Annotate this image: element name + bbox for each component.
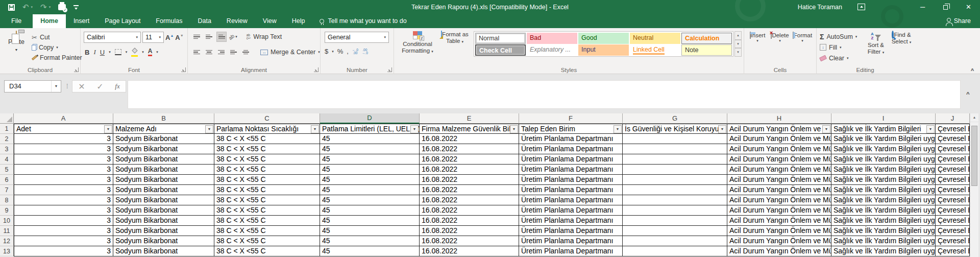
cell-J1[interactable]: Çevresel Et <box>936 124 970 134</box>
row-number-3[interactable]: 3 <box>0 144 14 154</box>
number-format-combo[interactable]: General▾ <box>325 32 389 43</box>
cell-E2[interactable]: 16.08.2022 <box>420 134 519 144</box>
cell-E6[interactable]: 16.08.2022 <box>420 175 519 185</box>
cell-G2[interactable] <box>623 134 727 144</box>
cell-style-linked[interactable]: Linked Cell <box>630 44 680 56</box>
cell-H9[interactable]: Acil Durum Yangın Önlem ve Mü <box>727 205 831 216</box>
row-number-12[interactable]: 12 <box>0 236 14 246</box>
cell-C10[interactable]: 38 C < X <55 C <box>214 216 320 226</box>
cell-B13[interactable]: Sodyum Bikarbonat <box>113 246 214 256</box>
find-select-dropdown-icon[interactable]: ▾ <box>910 40 912 44</box>
insert-cells-button[interactable]: Insert ▾ <box>746 32 769 43</box>
scrollbar-thumb[interactable] <box>971 126 977 186</box>
cell-E12[interactable]: 16.08.2022 <box>420 236 519 246</box>
cell-B4[interactable]: Sodyum Bikarbonat <box>113 154 214 165</box>
gallery-more-icon[interactable]: ▼ <box>734 48 742 57</box>
cell-C4[interactable]: 38 C < X <55 C <box>214 154 320 165</box>
cell-C2[interactable]: 38 C < X <55 C <box>214 134 320 144</box>
cell-J8[interactable]: Çevresel Et <box>936 195 970 205</box>
cell-I9[interactable]: Sağlık ve İlk Yardım Bilgileri uygu <box>831 205 936 216</box>
cell-B8[interactable]: Sodyum Bikarbonat <box>113 195 214 205</box>
row-number-11[interactable]: 11 <box>0 226 14 236</box>
align-center-icon[interactable] <box>204 47 214 57</box>
format-as-table-dropdown-icon[interactable]: ▾ <box>462 40 464 43</box>
cell-A2[interactable]: 3 <box>14 134 113 144</box>
cell-I4[interactable]: Sağlık ve İlk Yardım Bilgileri uygu <box>831 154 936 165</box>
formula-input[interactable] <box>128 80 961 109</box>
cell-F9[interactable]: Üretim Planlama Departmanı <box>519 205 623 216</box>
insert-function-icon[interactable]: fx <box>115 82 119 90</box>
cell-H2[interactable]: Acil Durum Yangın Önlem ve Mü <box>727 134 831 144</box>
row-number-1[interactable]: 1 <box>0 124 14 134</box>
cell-E5[interactable]: 16.08.2022 <box>420 165 519 175</box>
copy-button[interactable]: Copy▾ <box>32 42 82 53</box>
bottom-align-icon[interactable] <box>216 32 227 42</box>
cell-F1[interactable]: Talep Eden Birim▼ <box>519 124 623 134</box>
cell-G1[interactable]: İs Güvenliği ve Kişisel Koruyu▼ <box>623 124 727 134</box>
cell-G12[interactable] <box>623 236 727 246</box>
fill-color-dropdown-icon[interactable]: ▾ <box>142 50 144 54</box>
cell-C12[interactable]: 38 C < X <55 C <box>214 236 320 246</box>
cell-style-normal[interactable]: Normal <box>475 33 526 44</box>
tab-data[interactable]: Data <box>190 14 218 28</box>
underline-dropdown-icon[interactable]: ▾ <box>109 50 111 54</box>
number-dialog-launcher-icon[interactable] <box>387 67 392 72</box>
select-all-corner[interactable] <box>0 113 14 124</box>
cell-H8[interactable]: Acil Durum Yangın Önlem ve Mü <box>727 195 831 205</box>
cell-E9[interactable]: 16.08.2022 <box>420 205 519 216</box>
tab-formulas[interactable]: Formulas <box>148 14 190 28</box>
cell-D7[interactable]: 45 <box>320 185 420 195</box>
merge-center-dropdown-icon[interactable]: ▾ <box>318 50 320 54</box>
cell-C5[interactable]: 38 C < X <55 C <box>214 165 320 175</box>
increase-indent-icon[interactable] <box>241 47 251 57</box>
cell-E7[interactable]: 16.08.2022 <box>420 185 519 195</box>
clipboard-dialog-launcher-icon[interactable] <box>74 67 79 72</box>
cell-E1[interactable]: Firma Malzeme Güvenlik Bilg▼ <box>420 124 519 134</box>
cell-F13[interactable]: Üretim Planlama Departmanı <box>519 246 623 256</box>
accounting-dropdown-icon[interactable]: ▾ <box>332 50 334 54</box>
enter-icon[interactable]: ✓ <box>96 82 103 91</box>
cell-H12[interactable]: Acil Durum Yangın Önlem ve Mü <box>727 236 831 246</box>
cell-F12[interactable]: Üretim Planlama Departmanı <box>519 236 623 246</box>
decrease-indent-icon[interactable] <box>229 47 239 57</box>
cell-F10[interactable]: Üretim Planlama Departmanı <box>519 216 623 226</box>
delete-cells-button[interactable]: Delete ▾ <box>769 32 791 43</box>
cell-J5[interactable]: Çevresel Et <box>936 165 970 175</box>
cell-I5[interactable]: Sağlık ve İlk Yardım Bilgileri uygu <box>831 165 936 175</box>
cell-D6[interactable]: 45 <box>320 175 420 185</box>
cell-B7[interactable]: Sodyum Bikarbonat <box>113 185 214 195</box>
cell-D4[interactable]: 45 <box>320 154 420 165</box>
cell-I13[interactable]: Sağlık ve İlk Yardım Bilgileri uygu <box>831 246 936 256</box>
cell-G8[interactable] <box>623 195 727 205</box>
align-left-icon[interactable] <box>192 47 202 57</box>
cell-E11[interactable]: 16.08.2022 <box>420 226 519 236</box>
tab-review[interactable]: Review <box>219 14 255 28</box>
cell-B6[interactable]: Sodyum Bikarbonat <box>113 175 214 185</box>
cell-D11[interactable]: 45 <box>320 226 420 236</box>
row-number-5[interactable]: 5 <box>0 165 14 175</box>
orientation-icon[interactable]: ab▾ <box>229 34 237 40</box>
tab-help[interactable]: Help <box>284 14 313 28</box>
cell-H7[interactable]: Acil Durum Yangın Önlem ve Mü <box>727 185 831 195</box>
cell-H11[interactable]: Acil Durum Yangın Önlem ve Mü <box>727 226 831 236</box>
column-header-B[interactable]: B <box>113 113 214 124</box>
conditional-formatting-dropdown-icon[interactable]: ▾ <box>431 50 433 53</box>
filter-dropdown-icon[interactable]: ▼ <box>410 125 419 133</box>
cell-A1[interactable]: Adet▼ <box>14 124 113 134</box>
clear-button[interactable]: Clear▾ <box>820 53 857 63</box>
accounting-format-button[interactable]: $ <box>325 48 328 55</box>
paste-dropdown-icon[interactable]: ▼ <box>15 48 18 52</box>
fill-button[interactable]: ↓Fill▾ <box>820 42 857 53</box>
comma-style-button[interactable]: , <box>347 48 349 55</box>
share-button[interactable]: Share <box>947 14 971 28</box>
scroll-up-icon[interactable]: ▲ <box>970 113 978 122</box>
cell-B9[interactable]: Sodyum Bikarbonat <box>113 205 214 216</box>
font-size-dropdown-icon[interactable]: ▾ <box>156 35 161 39</box>
cell-H5[interactable]: Acil Durum Yangın Önlem ve Mü <box>727 165 831 175</box>
cell-A7[interactable]: 3 <box>14 185 113 195</box>
row-number-7[interactable]: 7 <box>0 185 14 195</box>
cell-E8[interactable]: 16.08.2022 <box>420 195 519 205</box>
column-header-G[interactable]: G <box>623 113 727 124</box>
row-number-8[interactable]: 8 <box>0 195 14 205</box>
cell-E4[interactable]: 16.08.2022 <box>420 154 519 165</box>
